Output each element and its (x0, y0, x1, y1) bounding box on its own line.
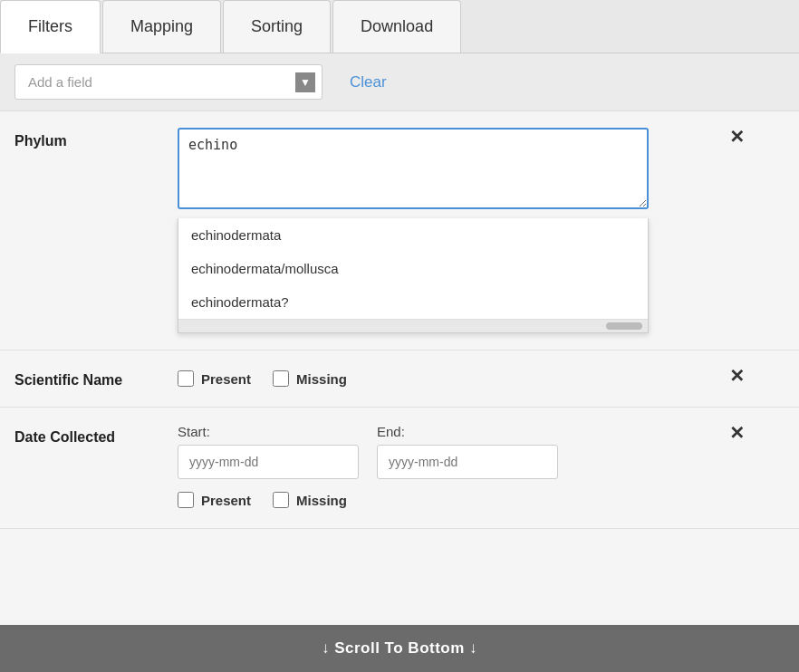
phylum-input[interactable]: echino (178, 128, 649, 209)
filter-row-phylum: Phylum echino echinodermata echinodermat… (0, 111, 799, 350)
tab-sorting[interactable]: Sorting (223, 0, 331, 53)
end-date-input[interactable] (377, 445, 558, 479)
filter-row-scientific-name: Scientific Name Present Missing ✕ (0, 350, 799, 408)
add-field-select[interactable]: Add a field (14, 64, 322, 100)
date-collected-close-button[interactable]: ✕ (729, 424, 745, 442)
scientific-name-label: Scientific Name (14, 367, 178, 389)
present-checkbox-date[interactable] (178, 492, 194, 508)
tab-mapping[interactable]: Mapping (102, 0, 221, 53)
missing-checkbox-date[interactable] (273, 492, 289, 508)
phylum-close-button[interactable]: ✕ (729, 128, 745, 146)
dropdown-footer (178, 319, 648, 332)
missing-checkbox-label-date[interactable]: Missing (273, 492, 347, 508)
tab-download[interactable]: Download (332, 0, 461, 53)
start-date-input[interactable] (178, 445, 359, 479)
autocomplete-item-1[interactable]: echinodermata/mollusca (178, 252, 648, 285)
app-container: Filters Mapping Sorting Download Add a f… (0, 0, 799, 672)
dropdown-scrollbar-thumb (606, 322, 642, 330)
scroll-to-bottom-bar[interactable]: ↓ Scroll To Bottom ↓ (0, 625, 799, 672)
tab-filters[interactable]: Filters (0, 0, 101, 53)
date-collected-label: Date Collected (14, 424, 178, 446)
tab-bar: Filters Mapping Sorting Download (0, 0, 799, 53)
date-checkbox-row: Present Missing (178, 488, 785, 512)
start-date-field: Start: (178, 424, 359, 479)
date-collected-controls: Start: End: Present (178, 424, 785, 512)
autocomplete-dropdown: echinodermata echinodermata/mollusca ech… (178, 218, 649, 333)
scientific-name-controls: Present Missing (178, 367, 785, 390)
end-date-field: End: (377, 424, 558, 479)
add-field-select-wrapper: Add a field ▼ (14, 64, 322, 100)
autocomplete-item-2[interactable]: echinodermata? (178, 285, 648, 319)
end-label: End: (377, 424, 558, 439)
phylum-label: Phylum (14, 128, 178, 149)
date-row: Start: End: (178, 424, 785, 479)
add-field-row: Add a field ▼ Clear (0, 53, 799, 111)
scientific-name-close-button[interactable]: ✕ (729, 367, 745, 385)
start-label: Start: (178, 424, 359, 439)
present-checkbox-label-scientific[interactable]: Present (178, 370, 251, 387)
filter-row-date-collected: Date Collected Start: End: (0, 408, 799, 529)
missing-checkbox-scientific[interactable] (273, 370, 289, 387)
phylum-controls: echino echinodermata echinodermata/mollu… (178, 128, 785, 333)
clear-button[interactable]: Clear (341, 68, 396, 97)
scientific-name-checkbox-row: Present Missing (178, 367, 785, 390)
scroll-area[interactable]: Phylum echino echinodermata echinodermat… (0, 111, 799, 625)
present-checkbox-label-date[interactable]: Present (178, 492, 251, 508)
missing-checkbox-label-scientific[interactable]: Missing (273, 370, 347, 387)
main-content: Add a field ▼ Clear Phylum echino echino… (0, 53, 799, 672)
present-checkbox-scientific[interactable] (178, 370, 194, 387)
autocomplete-item-0[interactable]: echinodermata (178, 218, 648, 252)
